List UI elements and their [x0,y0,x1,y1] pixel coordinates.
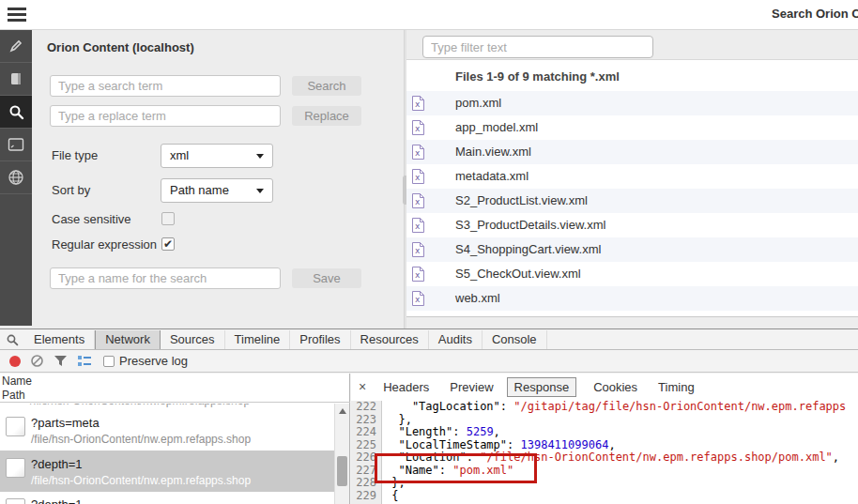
pencil-icon [8,38,24,54]
devtools: ElementsNetworkSourcesTimelineProfilesRe… [0,328,858,504]
tab-elements[interactable]: Elements [24,330,95,349]
sort-by-label: Sort by [52,183,90,197]
menu-icon[interactable] [8,8,26,23]
case-sensitive-label: Case sensitive [52,212,131,226]
network-request-list: Name Path /file/hsn-OrionContent/nw.epm.… [0,374,350,504]
search-term-input[interactable] [50,75,281,97]
replace-button[interactable]: Replace [292,106,361,126]
file-name[interactable]: S2_ProductList.view.xml [455,193,588,207]
detail-tab-timing[interactable]: Timing [654,378,698,396]
detail-tab-cookies[interactable]: Cookies [590,378,641,396]
tab-network[interactable]: Network [95,330,161,349]
xml-file-icon: x [411,168,425,185]
network-columns-header[interactable]: Name Path [0,374,350,403]
file-name[interactable]: S4_ShoppingCart.view.xml [455,242,601,256]
file-name[interactable]: S3_ProductDetails.view.xml [455,218,605,232]
sidebar-item-search[interactable] [0,96,32,129]
regex-checkbox[interactable]: ✔ [161,237,175,251]
file-name[interactable]: app_model.xml [455,120,538,134]
request-path: /file/hsn-OrionContent/nw.epm.refapps.sh… [31,474,251,487]
tab-resources[interactable]: Resources [351,330,429,349]
network-request-row[interactable]: ?depth=1 [0,491,334,504]
search-button[interactable]: Search [292,76,361,96]
search-icon [8,103,25,121]
file-row[interactable]: x S5_CheckOut.view.xml [406,262,858,286]
column-path: Path [2,389,25,402]
tab-sources[interactable]: Sources [161,330,225,349]
sidebar-item-edit[interactable] [0,30,32,63]
devtools-tabbar: ElementsNetworkSourcesTimelineProfilesRe… [0,330,858,350]
terminal-icon [8,137,24,152]
file-row[interactable]: x web.xml [406,286,858,311]
replace-term-input[interactable] [50,105,281,127]
xml-file-icon: x [411,192,425,209]
svg-text:x: x [415,221,421,231]
results-panel: Files 1-9 of 9 matching *.xml x pom.xml … [406,30,858,328]
close-icon[interactable]: × [359,380,366,393]
sidebar-item-sites[interactable] [0,161,32,194]
file-row[interactable]: x pom.xml [406,91,858,115]
file-name[interactable]: S5_CheckOut.view.xml [455,267,581,281]
scroll-up-arrow-icon[interactable] [339,408,346,414]
request-path: /file/hsn-OrionContent/nw.epm.refapps.sh… [31,433,251,446]
file-name[interactable]: pom.xml [455,96,501,110]
sort-by-dropdown[interactable]: Path name [161,178,273,203]
preserve-log-toggle[interactable]: Preserve log [103,354,188,368]
scrollbar-thumb[interactable] [337,456,347,486]
results-header: Files 1-9 of 9 matching *.xml [455,69,620,84]
svg-text:x: x [415,246,421,255]
request-name: ?parts=meta [31,416,100,430]
devtools-search-icon[interactable] [0,330,24,349]
xml-file-icon: x [411,241,425,258]
sidebar-item-shell[interactable] [0,129,32,161]
file-row[interactable]: x app_model.xml [406,115,858,140]
scrolled-row-path: /file/hsn-OrionContent/nw.epm.refapps.sh… [30,404,250,407]
file-row[interactable]: x S3_ProductDetails.view.xml [406,213,858,237]
file-row[interactable]: x S2_ProductList.view.xml [406,189,858,213]
network-request-row[interactable]: ?depth=1/file/hsn-OrionContent/nw.epm.re… [0,451,334,492]
book-icon [8,70,24,87]
xml-file-icon: x [411,266,425,283]
detail-tab-headers[interactable]: Headers [379,378,433,396]
file-name[interactable]: metadata.xml [455,169,529,183]
file-list: Files 1-9 of 9 matching *.xml x pom.xml … [406,59,858,317]
save-button[interactable]: Save [292,268,361,288]
file-type-dropdown[interactable]: xml [161,144,273,168]
case-sensitive-checkbox[interactable] [161,212,175,225]
svg-text:x: x [415,148,421,158]
response-body: 222223224225226227228229 "TagLocation": … [351,401,858,504]
document-icon [6,458,25,478]
detail-tabbar: × HeadersPreviewResponseCookiesTiming [351,374,858,400]
svg-text:x: x [415,270,421,280]
row-size-toggle[interactable] [77,355,92,367]
network-request-row[interactable]: ?parts=meta/file/hsn-OrionContent/nw.epm… [0,409,334,451]
tab-audits[interactable]: Audits [429,330,483,349]
detail-tab-response[interactable]: Response [507,377,577,397]
response-code: "TagLocation": "/gitapi/tag/file/hsn-Ori… [385,401,858,502]
file-name[interactable]: web.xml [455,291,500,305]
file-row[interactable]: x metadata.xml [406,164,858,189]
request-detail-panel: × HeadersPreviewResponseCookiesTiming 22… [351,374,858,504]
save-search-name-input[interactable] [50,267,281,289]
tab-timeline[interactable]: Timeline [225,330,291,349]
file-row[interactable]: x Main.view.xml [406,140,858,164]
tab-profiles[interactable]: Profiles [290,330,350,349]
record-button[interactable] [9,356,21,367]
network-scrollbar[interactable] [334,404,349,504]
search-panel: Orion Content (localhost) Search Replace… [32,30,403,328]
xml-file-icon: x [411,290,425,307]
clear-button[interactable] [30,354,44,368]
sidebar-item-repositories[interactable] [0,63,32,96]
file-row[interactable]: x S4_ShoppingCart.view.xml [406,237,858,262]
tab-console[interactable]: Console [483,330,547,349]
detail-tab-preview[interactable]: Preview [446,378,497,396]
xml-file-icon: x [411,217,425,234]
file-name[interactable]: Main.view.xml [455,145,531,159]
xml-file-icon: x [411,144,425,160]
file-type-label: File type [52,148,98,162]
preserve-log-checkbox[interactable] [103,356,115,367]
svg-text:x: x [415,99,421,109]
filter-input[interactable] [422,36,653,58]
svg-text:x: x [415,173,421,182]
filter-button[interactable] [54,355,68,367]
